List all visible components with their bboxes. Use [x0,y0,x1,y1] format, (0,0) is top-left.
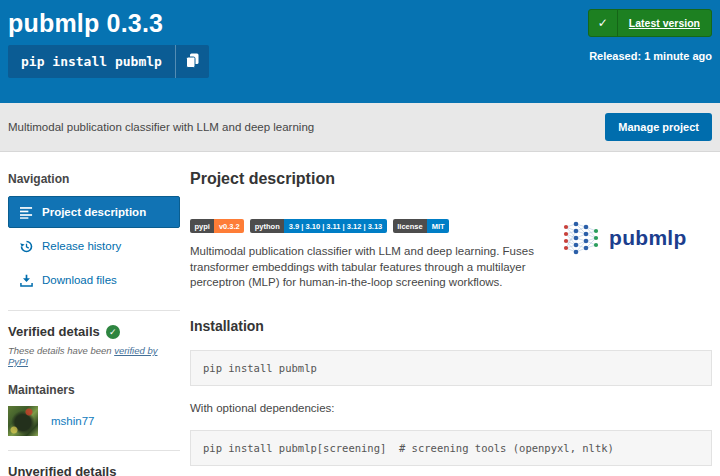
copy-button[interactable] [175,45,209,78]
verified-details-heading: Verified details ✓ [8,324,180,339]
pypi-version-badge: pypi v0.3.2 [190,219,244,233]
main-column: Project description [180,168,720,476]
unverified-details-heading: Unverified details [8,464,180,476]
divider [8,450,180,451]
license-badge: license MIT [393,219,449,233]
navigation-heading: Navigation [8,172,180,186]
python-versions-badge: python 3.9 | 3.10 | 3.11 | 3.12 | 3.13 [250,219,386,233]
sidebar-item-label: Release history [42,240,121,252]
optional-dependencies-label: With optional dependencies: [190,402,712,414]
pubmlp-logo: pubmlp [562,219,710,257]
header-right: ✓ Latest version Released: 1 minute ago [588,9,712,62]
code-block-optional: pip install pubmlp[screening] # screenin… [190,430,712,466]
sidebar-item-download-files[interactable]: Download files [8,264,180,296]
sidebar-item-label: Download files [42,274,117,286]
package-header: pubmlp 0.3.3 pip install pubmlp ✓ Latest… [0,0,720,103]
manage-project-button[interactable]: Manage project [605,113,712,141]
sidebar-item-release-history[interactable]: Release history [8,230,180,262]
maintainer-avatar[interactable] [8,406,38,436]
history-icon [20,240,33,253]
divider [8,310,180,311]
description-block: pubmlp pypi v0.3.2 python 3.9 | 3.10 | 3… [190,219,712,291]
align-left-icon [20,206,33,219]
verified-note: These details have been verified by PyPI [8,345,180,367]
download-icon [20,274,33,287]
sidebar-item-label: Project description [42,206,146,218]
verified-check-icon: ✓ [106,325,120,339]
released-timestamp: Released: 1 minute ago [588,50,712,62]
summary-strip: Multimodal publication classifier with L… [0,103,720,152]
package-summary: Multimodal publication classifier with L… [8,121,314,133]
installation-heading: Installation [190,318,712,334]
sidebar-item-project-description[interactable]: Project description [8,196,180,228]
latest-version-label: Latest version [618,10,711,36]
project-description-heading: Project description [190,170,712,188]
check-icon: ✓ [589,10,618,36]
maintainer-username-link[interactable]: mshin77 [51,415,94,427]
pip-command-text: pip install pubmlp [8,45,175,78]
copy-icon [186,53,199,70]
code-block-install: pip install pubmlp [190,350,712,386]
pubmlp-logo-text: pubmlp [609,226,687,250]
pubmlp-logo-icon [562,219,602,257]
latest-version-badge[interactable]: ✓ Latest version [588,9,712,37]
sidebar: Navigation Project description [0,168,180,476]
badges-row: pypi v0.3.2 python 3.9 | 3.10 | 3.11 | 3… [190,219,550,233]
maintainer-row: mshin77 [8,406,180,436]
maintainers-heading: Maintainers [8,383,180,397]
pip-command-box: pip install pubmlp [8,45,209,78]
content-area: Navigation Project description [0,152,720,476]
